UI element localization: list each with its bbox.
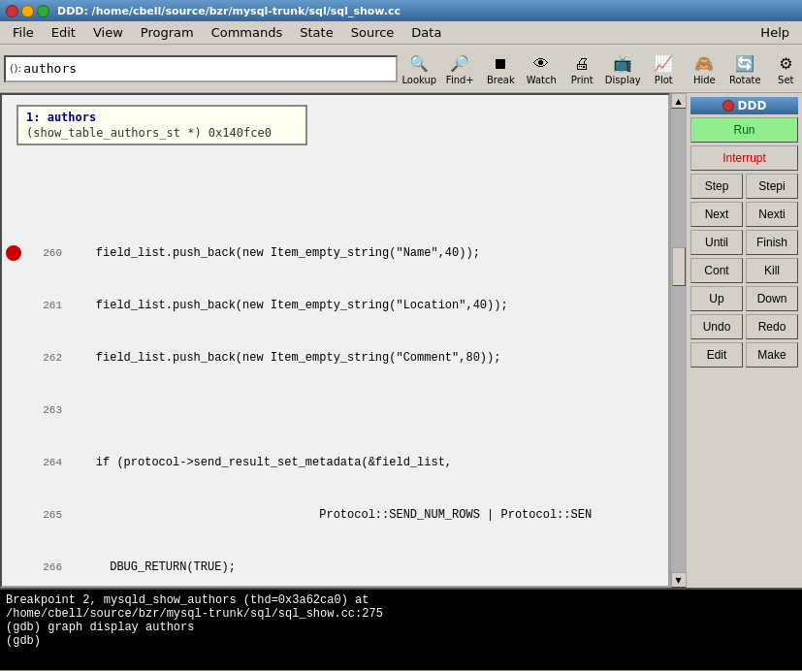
table-row[interactable]: 264 if (protocol->send_result_set_metada… (2, 454, 668, 471)
stepi-button[interactable]: Stepi (746, 174, 798, 199)
table-row[interactable]: 266 DBUG_RETURN(TRUE); (2, 559, 668, 576)
minimize-button[interactable] (21, 5, 34, 17)
maximize-button[interactable] (37, 5, 49, 17)
menu-help[interactable]: Help (752, 22, 798, 43)
hide-icon: 🙈 (692, 51, 716, 75)
find-button[interactable]: 🔎 Find+ (440, 48, 479, 88)
find-icon: 🔎 (448, 51, 471, 75)
rotate-icon: 🔄 (733, 51, 756, 75)
main-area: 1: authors (show_table_authors_st *) 0x1… (0, 93, 802, 588)
finish-button[interactable]: Finish (746, 230, 798, 255)
console-area[interactable]: Breakpoint 2, mysqld_show_authors (thd=0… (0, 588, 802, 670)
lookup-button[interactable]: 🔍 Lookup (400, 48, 438, 88)
break-icon: ⏹ (489, 51, 512, 75)
line-content: DBUG_RETURN(TRUE); (68, 559, 236, 576)
display-icon: 📺 (611, 51, 634, 75)
scroll-down-button[interactable]: ▼ (671, 572, 687, 588)
print-icon: 🖨 (570, 51, 593, 75)
console-line-1: Breakpoint 2, mysqld_show_authors (thd=0… (6, 593, 796, 607)
interrupt-button[interactable]: Interrupt (690, 145, 798, 171)
undo-button[interactable]: Undo (690, 314, 743, 339)
toolbar: (): 🔍 Lookup 🔎 Find+ ⏹ Break 👁 Watch 🖨 P… (0, 45, 802, 93)
make-button[interactable]: Make (746, 342, 798, 368)
close-button[interactable] (6, 5, 18, 17)
ddd-close-button[interactable] (722, 100, 734, 112)
next-button[interactable]: Next (690, 202, 743, 227)
set-button[interactable]: ⚙ Set (766, 48, 802, 88)
menu-view[interactable]: View (84, 22, 132, 43)
scroll-thumb[interactable] (672, 247, 686, 286)
table-row[interactable]: 262 field_list.push_back(new Item_empty_… (2, 349, 668, 367)
vertical-scrollbar[interactable]: ▲ ▼ (670, 93, 686, 588)
display-line2: (show_table_authors_st *) 0x140fce0 (26, 126, 298, 140)
scroll-track[interactable] (671, 109, 687, 572)
line-content: field_list.push_back(new Item_empty_stri… (68, 297, 508, 314)
plot-button[interactable]: 📈 Plot (644, 48, 683, 88)
line-content: if (protocol->send_result_set_metadata(&… (68, 454, 452, 471)
display-button[interactable]: 📺 Display (603, 48, 642, 88)
menu-program[interactable]: Program (132, 22, 203, 43)
menu-data[interactable]: Data (402, 22, 450, 43)
expression-label: (): (10, 62, 21, 75)
print-button[interactable]: 🖨 Print (562, 48, 601, 88)
display-line1: 1: authors (26, 111, 298, 124)
console-line-2: /home/cbell/source/bzr/mysql-trunk/sql/s… (6, 607, 796, 621)
line-number: 264 (23, 454, 62, 471)
window-controls[interactable] (6, 5, 49, 17)
until-row: Until Finish (690, 230, 798, 255)
step-row: Step Stepi (690, 174, 798, 199)
scroll-up-button[interactable]: ▲ (671, 93, 687, 109)
line-number: 266 (23, 559, 62, 576)
plot-icon: 📈 (652, 51, 675, 75)
code-area[interactable]: 1: authors (show_table_authors_st *) 0x1… (0, 93, 670, 588)
menu-file[interactable]: File (4, 22, 43, 43)
break-button[interactable]: ⏹ Break (481, 48, 520, 88)
redo-button[interactable]: Redo (746, 314, 798, 339)
line-content: Protocol::SEND_NUM_ROWS | Protocol::SEN (68, 506, 592, 524)
kill-button[interactable]: Kill (746, 258, 798, 283)
line-number: 261 (23, 297, 62, 314)
edit-button[interactable]: Edit (690, 342, 743, 368)
down-button[interactable]: Down (746, 286, 798, 311)
table-row[interactable]: 261 field_list.push_back(new Item_empty_… (2, 297, 668, 314)
menu-edit[interactable]: Edit (43, 22, 84, 43)
ddd-controls-panel: DDD Run Interrupt Step Stepi Next Nexti … (686, 93, 802, 588)
line-content: field_list.push_back(new Item_empty_stri… (68, 349, 500, 367)
up-row: Up Down (690, 286, 798, 311)
line-number: 265 (23, 506, 62, 524)
table-row[interactable]: 260 field_list.push_back(new Item_empty_… (2, 244, 668, 262)
step-button[interactable]: Step (690, 174, 743, 199)
code-editor: 260 field_list.push_back(new Item_empty_… (2, 95, 668, 588)
run-button[interactable]: Run (690, 117, 798, 143)
menu-bar: File Edit View Program Commands State So… (0, 21, 802, 45)
expression-input[interactable] (23, 61, 392, 76)
title-bar: DDD: /home/cbell/source/bzr/mysql-trunk/… (0, 0, 802, 21)
up-button[interactable]: Up (690, 286, 743, 311)
window-title: DDD: /home/cbell/source/bzr/mysql-trunk/… (57, 5, 401, 17)
undo-row: Undo Redo (690, 314, 798, 339)
line-number: 262 (23, 349, 62, 367)
expression-input-area: (): (4, 55, 398, 82)
watch-button[interactable]: 👁 Watch (522, 48, 561, 88)
until-button[interactable]: Until (690, 230, 743, 255)
line-number: 260 (23, 244, 62, 262)
ddd-panel-title: DDD (690, 97, 798, 114)
hide-button[interactable]: 🙈 Hide (685, 48, 723, 88)
line-content: field_list.push_back(new Item_empty_stri… (68, 244, 480, 262)
menu-source[interactable]: Source (342, 22, 403, 43)
watch-icon: 👁 (529, 51, 553, 75)
breakpoint-marker (6, 245, 21, 261)
rotate-button[interactable]: 🔄 Rotate (725, 48, 764, 88)
display-window: 1: authors (show_table_authors_st *) 0x1… (16, 105, 307, 145)
table-row[interactable]: 265 Protocol::SEND_NUM_ROWS | Protocol::… (2, 506, 668, 524)
edit-row: Edit Make (690, 342, 798, 368)
set-icon: ⚙ (774, 51, 797, 75)
cont-row: Cont Kill (690, 258, 798, 283)
menu-state[interactable]: State (291, 22, 341, 43)
menu-commands[interactable]: Commands (203, 22, 292, 43)
table-row[interactable]: 263 (2, 401, 668, 419)
nexti-button[interactable]: Nexti (746, 202, 798, 227)
line-number: 263 (23, 401, 62, 419)
lookup-icon: 🔍 (407, 51, 431, 75)
cont-button[interactable]: Cont (690, 258, 743, 283)
